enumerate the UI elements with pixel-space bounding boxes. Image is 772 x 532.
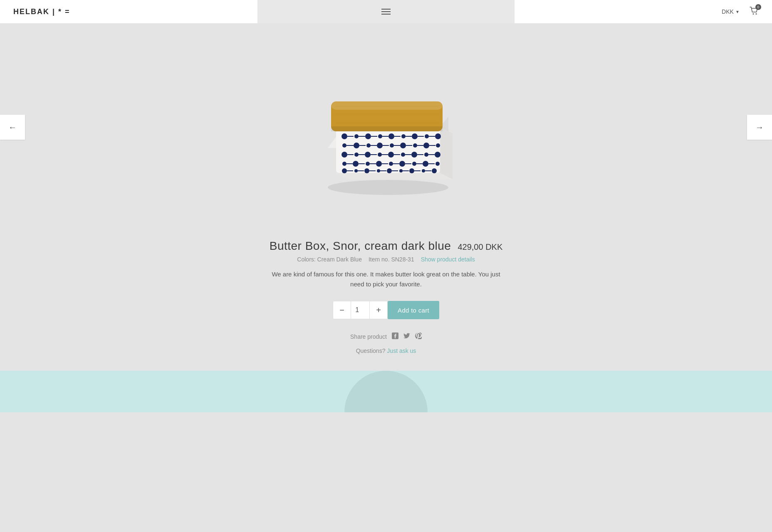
svg-point-64 [342, 162, 346, 166]
svg-point-81 [342, 168, 347, 173]
svg-point-78 [423, 161, 428, 167]
svg-point-97 [432, 168, 437, 173]
product-colors: Colors: Cream Dark Blue [297, 256, 362, 263]
currency-selector[interactable]: DKK ▼ [722, 8, 740, 15]
svg-point-36 [377, 143, 383, 148]
svg-point-59 [411, 152, 417, 158]
svg-point-27 [425, 134, 429, 138]
svg-rect-12 [331, 126, 443, 131]
svg-point-53 [378, 153, 382, 157]
hamburger-line-2 [381, 11, 391, 12]
svg-point-68 [366, 162, 370, 166]
svg-point-47 [341, 152, 347, 158]
header-right: DKK ▼ 0 [515, 7, 772, 17]
product-image [299, 57, 473, 206]
svg-point-13 [341, 133, 347, 139]
svg-point-29 [435, 133, 441, 139]
product-title-row: Butter Box, Snor, cream dark blue 429,00… [249, 239, 523, 253]
svg-rect-11 [331, 101, 443, 110]
svg-point-66 [353, 161, 359, 167]
product-price: 429,00 DKK [458, 242, 502, 252]
product-description: We are kind of famous for this one. It m… [270, 269, 502, 289]
product-image-svg [307, 65, 465, 198]
svg-point-80 [435, 162, 440, 166]
show-product-details-link[interactable]: Show product details [421, 256, 475, 263]
svg-point-55 [388, 152, 394, 158]
svg-point-76 [412, 162, 416, 166]
svg-point-95 [422, 169, 425, 172]
product-details: Butter Box, Snor, cream dark blue 429,00… [240, 231, 532, 371]
prev-product-button[interactable]: ← [0, 115, 25, 140]
product-item-no: Item no. SN28-31 [369, 256, 414, 263]
svg-point-34 [366, 143, 371, 148]
share-row: Share product [249, 332, 523, 341]
svg-point-38 [390, 143, 394, 148]
svg-point-23 [401, 134, 406, 138]
svg-point-15 [354, 134, 359, 138]
svg-point-57 [401, 153, 405, 157]
currency-caret: ▼ [735, 10, 740, 14]
next-product-button[interactable]: → [747, 115, 772, 140]
svg-point-85 [364, 168, 369, 173]
svg-point-32 [354, 143, 359, 148]
cart-button[interactable]: 0 [750, 7, 759, 17]
questions-row: Questions? Just ask us [249, 347, 523, 354]
svg-point-51 [365, 152, 371, 158]
cart-badge: 0 [755, 4, 761, 10]
svg-point-25 [412, 133, 418, 139]
svg-point-72 [389, 162, 393, 166]
svg-point-30 [342, 143, 346, 148]
questions-label: Questions? [356, 347, 386, 354]
svg-point-74 [399, 161, 405, 167]
hamburger-line-1 [381, 9, 391, 10]
footer-section [0, 371, 772, 412]
svg-point-19 [378, 134, 382, 138]
svg-point-61 [424, 153, 428, 157]
svg-point-83 [354, 169, 358, 172]
product-image-area: ← [0, 23, 772, 231]
svg-point-44 [423, 143, 429, 148]
add-to-cart-button[interactable]: Add to cart [388, 301, 439, 319]
svg-point-93 [409, 168, 414, 173]
purchase-row: − + Add to cart [249, 301, 523, 319]
left-arrow-icon: ← [8, 123, 17, 132]
facebook-share-icon[interactable] [392, 332, 398, 341]
svg-point-91 [399, 169, 403, 172]
right-arrow-icon: → [755, 123, 764, 132]
twitter-share-icon[interactable] [403, 332, 410, 341]
logo: HELBAK | * = [13, 7, 70, 16]
hamburger-menu[interactable] [381, 9, 391, 15]
just-ask-us-link[interactable]: Just ask us [387, 347, 416, 354]
main-content: ← [0, 23, 772, 532]
svg-point-17 [365, 133, 371, 139]
pinterest-share-icon[interactable] [415, 332, 422, 341]
header: HELBAK | * = DKK ▼ 0 [0, 0, 772, 23]
product-meta: Colors: Cream Dark Blue Item no. SN28-31… [249, 256, 523, 263]
logo-section: HELBAK | * = [0, 7, 257, 16]
share-label: Share product [350, 333, 387, 340]
svg-point-63 [435, 152, 440, 158]
footer-decorative-circle [344, 371, 428, 412]
quantity-input[interactable] [351, 301, 369, 319]
quantity-increase-button[interactable]: + [369, 301, 388, 319]
svg-point-70 [376, 161, 382, 167]
nav-section [257, 0, 515, 23]
quantity-decrease-button[interactable]: − [333, 301, 351, 319]
svg-point-1 [755, 13, 757, 15]
svg-point-2 [328, 180, 448, 195]
hamburger-line-3 [381, 14, 391, 15]
currency-label: DKK [722, 8, 734, 15]
svg-point-46 [436, 143, 440, 148]
svg-point-87 [377, 169, 380, 172]
svg-point-0 [752, 13, 754, 15]
svg-point-21 [388, 133, 394, 139]
svg-point-89 [387, 168, 392, 173]
svg-point-40 [400, 143, 406, 148]
svg-point-49 [354, 153, 359, 157]
svg-point-42 [413, 143, 417, 148]
product-title: Butter Box, Snor, cream dark blue [270, 239, 451, 253]
